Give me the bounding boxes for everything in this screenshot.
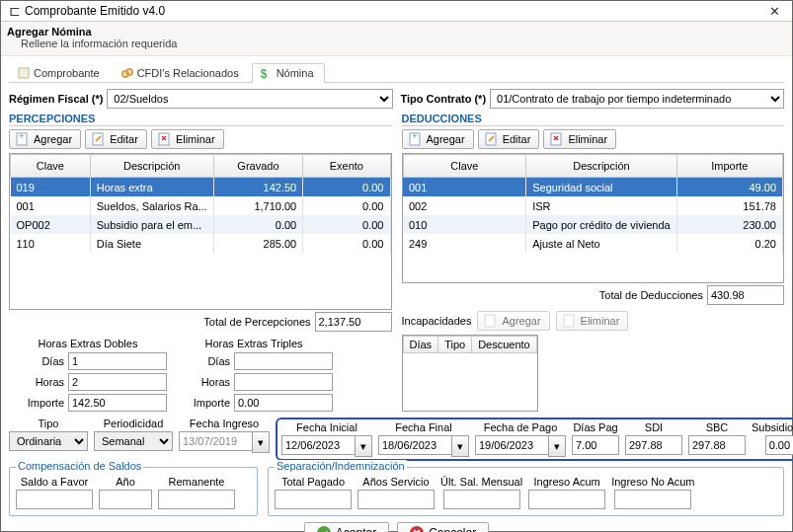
col-desc[interactable]: Descripción	[90, 155, 213, 178]
ingreso-no-acum-input[interactable]	[614, 490, 691, 509]
remanente-label: Remanente	[169, 476, 225, 488]
percepciones-total-value	[315, 312, 392, 332]
window-title: Comprobante Emitido v4.0	[25, 4, 764, 18]
cancelar-button[interactable]: Cancelar	[397, 522, 489, 532]
edit-icon	[485, 132, 499, 146]
periodicidad-select[interactable]: Semanal	[94, 431, 173, 451]
dobles-importe-input[interactable]	[68, 394, 167, 412]
tipo-select[interactable]: Ordinaria	[9, 431, 88, 451]
money-icon: $	[261, 67, 273, 79]
fecha-ingreso-dropdown[interactable]: ▾	[252, 431, 270, 453]
percepciones-grid[interactable]: Clave Descripción Gravado Exento 019Hora…	[9, 153, 392, 310]
fecha-inicial-label: Fecha Inicial	[296, 421, 357, 433]
percepciones-total-label: Total de Percepciones	[203, 316, 310, 328]
fecha-ingreso-label: Fecha Ingreso	[190, 418, 259, 429]
subheader: Agregar Nómina Rellene la información re…	[1, 22, 792, 56]
fecha-pago-input[interactable]	[475, 435, 548, 455]
tipo-contrato-select[interactable]: 01/Contrato de trabajo por tiempo indete…	[490, 89, 784, 109]
sdi-label: SDI	[645, 421, 663, 433]
fecha-final-dropdown[interactable]: ▾	[451, 435, 469, 457]
remanente-input[interactable]	[158, 490, 235, 509]
deducciones-eliminar-button[interactable]: Eliminar	[543, 129, 616, 149]
triples-horas-input[interactable]	[234, 373, 333, 391]
incapacidades-grid[interactable]: Días Tipo Descuento	[402, 335, 538, 412]
separacion-title: Separación/Indemnización	[275, 460, 407, 472]
periodicidad-label: Periodicidad	[104, 418, 164, 429]
ano-input[interactable]	[99, 490, 152, 509]
deducciones-editar-button[interactable]: Editar	[478, 129, 540, 149]
col-clave[interactable]: Clave	[11, 155, 91, 178]
table-row[interactable]: 019Horas extra142.500.00	[11, 178, 391, 197]
total-pagado-input[interactable]	[275, 490, 352, 509]
check-icon	[317, 526, 331, 532]
regimen-label: Régimen Fiscal (*)	[9, 93, 103, 105]
aceptar-button[interactable]: Aceptar	[304, 522, 389, 532]
tipo-label: Tipo	[39, 418, 59, 429]
anos-servicio-input[interactable]	[357, 490, 435, 509]
fecha-final-label: Fecha Final	[395, 421, 451, 433]
percepciones-agregar-button[interactable]: +Agregar	[9, 129, 81, 149]
tabs: Comprobante CFDI's Relacionados $ Nómina	[9, 62, 784, 83]
table-row[interactable]: 110Día Siete285.000.00	[11, 234, 391, 253]
table-row[interactable]: OP002Subsidio para el em...0.000.00	[11, 215, 391, 234]
col-descuento[interactable]: Descuento	[472, 337, 537, 353]
tab-cfdis[interactable]: CFDI's Relacionados	[113, 63, 250, 83]
table-row[interactable]: 010Pago por crédito de vivienda230.00	[403, 215, 783, 234]
deducciones-agregar-button[interactable]: +Agregar	[402, 129, 474, 149]
percepciones-eliminar-button[interactable]: Eliminar	[151, 129, 224, 149]
regimen-select[interactable]: 02/Sueldos	[107, 89, 392, 109]
compensacion-title: Compensación de Saldos	[16, 460, 143, 472]
dobles-horas-input[interactable]	[68, 373, 167, 391]
triples-importe-input[interactable]	[234, 394, 333, 412]
svg-rect-0	[19, 68, 29, 78]
titlebar: ⊏ Comprobante Emitido v4.0 ✕	[1, 1, 792, 22]
col-clave[interactable]: Clave	[403, 155, 526, 178]
deducciones-grid[interactable]: Clave Descripción Importe 001Seguridad s…	[402, 153, 785, 283]
incap-eliminar-button: Eliminar	[556, 311, 629, 331]
tab-nomina[interactable]: $ Nómina	[252, 63, 325, 83]
document-icon	[18, 67, 30, 79]
col-imp[interactable]: Importe	[676, 155, 782, 178]
table-row[interactable]: 001Seguridad social49.00	[403, 178, 783, 197]
fecha-pago-dropdown[interactable]: ▾	[548, 435, 566, 457]
svg-text:+: +	[19, 132, 24, 141]
ingreso-no-acum-label: Ingreso No Acum	[611, 476, 694, 488]
triples-dias-input[interactable]	[234, 352, 333, 370]
percepciones-editar-button[interactable]: Editar	[85, 129, 147, 149]
fecha-inicial-dropdown[interactable]: ▾	[355, 435, 372, 457]
incapacidades-label: Incapacidades	[402, 315, 472, 327]
table-row[interactable]: 249Ajuste al Neto0.20	[403, 234, 783, 253]
sbc-input[interactable]	[688, 435, 746, 455]
fecha-final-input[interactable]	[378, 435, 451, 455]
subsidio-input[interactable]	[765, 435, 793, 455]
fecha-inicial-input[interactable]	[281, 435, 355, 455]
tab-label: Comprobante	[34, 67, 100, 79]
ult-sal-mensual-input[interactable]	[443, 490, 520, 509]
edit-icon	[92, 132, 106, 146]
delete-icon	[550, 132, 564, 146]
dias-pag-input[interactable]	[572, 435, 619, 455]
horas-triples-title: Horas Extras Triples	[175, 338, 333, 349]
col-grav[interactable]: Gravado	[213, 155, 303, 178]
col-dias[interactable]: Días	[403, 337, 438, 353]
col-desc[interactable]: Descripción	[526, 155, 676, 178]
sdi-input[interactable]	[625, 435, 682, 455]
app-logo-icon: ⊏	[9, 3, 21, 19]
saldo-input[interactable]	[16, 490, 93, 509]
dobles-dias-input[interactable]	[68, 352, 167, 370]
dias-pag-label: Días Pag	[573, 421, 617, 433]
subheader-subtitle: Rellene la información requerida	[21, 38, 782, 49]
close-button[interactable]: ✕	[764, 1, 784, 21]
table-row[interactable]: 002ISR151.78	[403, 196, 783, 215]
col-exen[interactable]: Exento	[303, 155, 390, 178]
separacion-group: Separación/Indemnización Total Pagado Añ…	[268, 467, 784, 516]
window-root: ⊏ Comprobante Emitido v4.0 ✕ Agregar Nóm…	[0, 0, 793, 532]
ingreso-acum-input[interactable]	[528, 490, 605, 509]
col-tipo[interactable]: Tipo	[438, 337, 472, 353]
delete-icon	[158, 132, 172, 146]
add-icon: +	[409, 132, 423, 146]
fecha-ingreso-input	[179, 431, 252, 451]
ingreso-acum-label: Ingreso Acum	[534, 476, 600, 488]
table-row[interactable]: 001Sueldos, Salarios Ra...1,710.000.00	[11, 196, 391, 215]
tab-comprobante[interactable]: Comprobante	[9, 63, 111, 83]
